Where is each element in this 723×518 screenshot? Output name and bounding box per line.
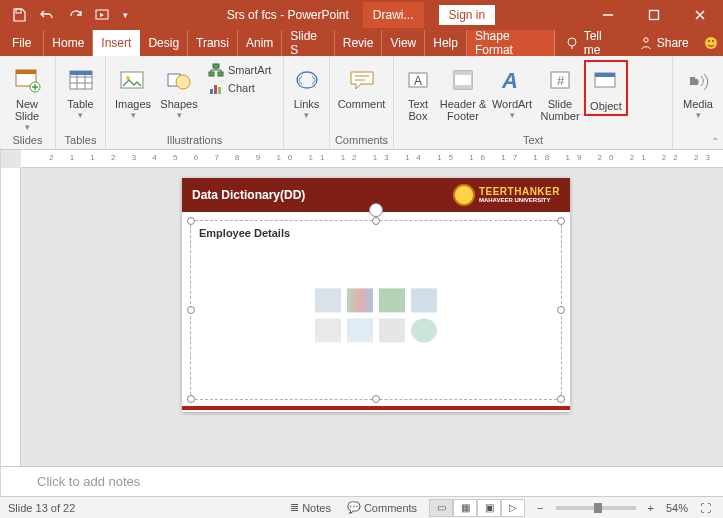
collapse-ribbon-icon[interactable]: ⌃ bbox=[711, 136, 719, 147]
links-button[interactable]: Links ▾ bbox=[288, 60, 325, 120]
insert-smartart-icon[interactable] bbox=[379, 288, 405, 312]
images-icon bbox=[110, 62, 156, 98]
svg-rect-29 bbox=[454, 71, 472, 75]
start-from-beginning-icon[interactable] bbox=[90, 2, 116, 28]
insert-table-icon[interactable] bbox=[315, 288, 341, 312]
images-label: Images bbox=[110, 98, 156, 110]
comment-label: Comment bbox=[334, 98, 389, 110]
new-slide-button[interactable]: New Slide ▾ bbox=[4, 60, 50, 132]
zoom-level[interactable]: 54% bbox=[666, 502, 688, 514]
sorter-view-icon[interactable]: ▦ bbox=[453, 499, 477, 517]
tab-review[interactable]: Revie bbox=[335, 30, 383, 56]
fit-to-window-icon[interactable]: ⛶ bbox=[696, 502, 715, 514]
comments-toggle[interactable]: 💬 Comments bbox=[343, 501, 421, 514]
header-footer-button[interactable]: Header & Footer bbox=[438, 60, 488, 122]
chart-button[interactable]: Chart bbox=[206, 80, 273, 96]
close-icon[interactable] bbox=[677, 0, 723, 30]
tab-help[interactable]: Help bbox=[425, 30, 467, 56]
tab-animations[interactable]: Anim bbox=[238, 30, 282, 56]
save-icon[interactable] bbox=[6, 2, 32, 28]
zoom-in-button[interactable]: + bbox=[644, 502, 658, 514]
insert-icon-icon[interactable] bbox=[411, 318, 437, 342]
media-button[interactable]: Media ▾ bbox=[677, 60, 719, 120]
wordart-button[interactable]: A WordArt ▾ bbox=[488, 60, 536, 120]
minimize-icon[interactable] bbox=[585, 0, 631, 30]
insert-3d-icon[interactable] bbox=[411, 288, 437, 312]
group-tables: Table ▾ Tables bbox=[56, 56, 106, 149]
insert-online-picture-icon[interactable] bbox=[347, 318, 373, 342]
slide-number-button[interactable]: # Slide Number bbox=[536, 60, 584, 122]
share-label: Share bbox=[657, 36, 689, 50]
comment-button[interactable]: Comment bbox=[334, 60, 389, 110]
share-icon bbox=[639, 36, 653, 50]
bulb-icon bbox=[565, 36, 578, 50]
resize-handle[interactable] bbox=[557, 395, 565, 403]
redo-icon[interactable] bbox=[62, 2, 88, 28]
zoom-thumb[interactable] bbox=[594, 503, 602, 513]
group-label-comments: Comments bbox=[330, 132, 393, 149]
svg-point-18 bbox=[176, 75, 190, 89]
svg-text:#: # bbox=[557, 73, 565, 88]
text-box-label: Text Box bbox=[398, 98, 438, 122]
svg-rect-21 bbox=[218, 72, 223, 76]
slide-number-label: Slide Number bbox=[536, 98, 584, 122]
reading-view-icon[interactable]: ▣ bbox=[477, 499, 501, 517]
shapes-button[interactable]: Shapes ▾ bbox=[156, 60, 202, 120]
svg-point-6 bbox=[644, 38, 648, 42]
insert-chart-icon[interactable] bbox=[347, 288, 373, 312]
slide-position: Slide 13 of 22 bbox=[8, 502, 75, 514]
undo-icon[interactable] bbox=[34, 2, 60, 28]
images-button[interactable]: Images ▾ bbox=[110, 60, 156, 120]
tab-design[interactable]: Desig bbox=[140, 30, 188, 56]
notes-toggle[interactable]: ≣ Notes bbox=[286, 501, 335, 514]
object-button[interactable]: Object bbox=[584, 60, 628, 116]
qat-dropdown-icon[interactable]: ▾ bbox=[118, 2, 132, 28]
resize-handle[interactable] bbox=[372, 395, 380, 403]
svg-rect-24 bbox=[218, 87, 221, 94]
content-placeholder[interactable]: Employee Details bbox=[190, 220, 562, 400]
tab-slideshow[interactable]: Slide S bbox=[282, 30, 334, 56]
feedback-icon[interactable] bbox=[699, 30, 723, 56]
new-slide-icon bbox=[4, 62, 50, 98]
ruler-vertical bbox=[1, 168, 21, 466]
tab-transitions[interactable]: Transi bbox=[188, 30, 238, 56]
insert-picture-icon[interactable] bbox=[315, 318, 341, 342]
zoom-out-button[interactable]: − bbox=[533, 502, 547, 514]
rotation-handle[interactable] bbox=[369, 203, 383, 217]
resize-handle[interactable] bbox=[557, 306, 565, 314]
tab-view[interactable]: View bbox=[382, 30, 425, 56]
shapes-label: Shapes bbox=[156, 98, 202, 110]
workspace: 12 13 14 15 16 2 1 1 2 3 4 5 6 7 8 9 10 … bbox=[0, 150, 723, 496]
notes-pane[interactable]: Click to add notes bbox=[1, 466, 723, 496]
status-bar: Slide 13 of 22 ≣ Notes 💬 Comments ▭ ▦ ▣ … bbox=[0, 496, 723, 518]
insert-video-icon[interactable] bbox=[379, 318, 405, 342]
zoom-slider[interactable] bbox=[556, 506, 636, 510]
normal-view-icon[interactable]: ▭ bbox=[429, 499, 453, 517]
canvas-wrap[interactable]: Data Dictionary(DD) TEERTHANKER MAHAVEER… bbox=[21, 168, 723, 466]
notes-icon: ≣ bbox=[290, 501, 299, 514]
title-center: Srs of fcs - PowerPoint Drawi... Sign in bbox=[138, 2, 585, 28]
resize-handle[interactable] bbox=[187, 217, 195, 225]
tab-home[interactable]: Home bbox=[44, 30, 93, 56]
table-button[interactable]: Table ▾ bbox=[60, 60, 101, 120]
smartart-button[interactable]: SmartArt bbox=[206, 62, 273, 78]
resize-handle[interactable] bbox=[372, 217, 380, 225]
tab-file[interactable]: File bbox=[0, 30, 44, 56]
resize-handle[interactable] bbox=[187, 395, 195, 403]
slideshow-view-icon[interactable]: ▷ bbox=[501, 499, 525, 517]
resize-handle[interactable] bbox=[187, 306, 195, 314]
document-title: Srs of fcs - PowerPoint bbox=[227, 8, 349, 22]
slide-canvas[interactable]: Data Dictionary(DD) TEERTHANKER MAHAVEER… bbox=[182, 178, 570, 412]
notes-label: Notes bbox=[302, 502, 331, 514]
svg-rect-35 bbox=[595, 73, 615, 77]
resize-handle[interactable] bbox=[557, 217, 565, 225]
tab-shape-format[interactable]: Shape Format bbox=[467, 30, 555, 56]
sign-in-button[interactable]: Sign in bbox=[438, 4, 497, 26]
university-subtitle: MAHAVEER UNIVERSITY bbox=[479, 197, 560, 203]
smartart-icon bbox=[208, 63, 224, 77]
tell-me[interactable]: Tell me bbox=[555, 30, 629, 56]
text-box-button[interactable]: A Text Box bbox=[398, 60, 438, 122]
tab-insert[interactable]: Insert bbox=[93, 30, 140, 56]
maximize-icon[interactable] bbox=[631, 0, 677, 30]
share-button[interactable]: Share bbox=[629, 30, 699, 56]
